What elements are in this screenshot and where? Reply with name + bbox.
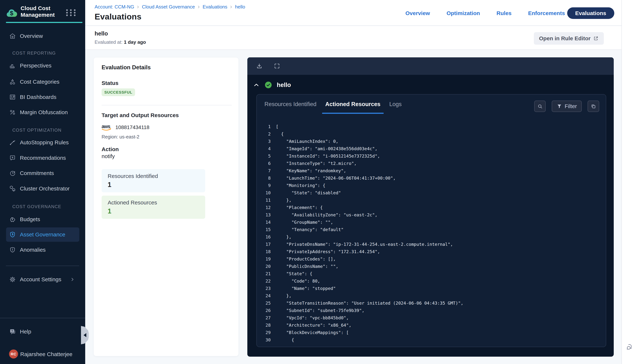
nav-tab-evaluations-active[interactable]: Evaluations [567, 7, 614, 19]
line-content: { [276, 130, 283, 138]
aws-logo-icon [102, 124, 113, 131]
user-name[interactable]: Rajarshee Chatterjee [20, 351, 73, 358]
breadcrumb-item[interactable]: Evaluations [203, 4, 227, 10]
line-number: 16 [257, 233, 271, 241]
line-content: "Code": 80, [276, 278, 320, 285]
actioned-resources-box: Actioned Resources 1 [102, 196, 205, 219]
code-line: 6 "InstanceType": "t2.micro", [257, 160, 606, 167]
autostop-icon [9, 139, 16, 146]
sidebar-item-label: Perspectives [20, 62, 52, 69]
line-number: 5 [257, 152, 271, 160]
line-content: "SubnetId": "subnet-75fe9b39", [276, 307, 364, 314]
sidebar-item-label: Margin Obfuscation [20, 109, 68, 116]
sidebar-item-label: AutoStopping Rules [20, 139, 69, 146]
sidebar-section-label: COST GOVERNANCE [12, 204, 61, 209]
code-line: 15 "Tenancy": "default" [257, 226, 606, 233]
help-chat-icon [9, 328, 16, 335]
breadcrumb-item[interactable]: hello [235, 4, 245, 10]
line-content: "InstanceId": "i-00512145e7372325d", [276, 152, 380, 160]
nav-link-optimization[interactable]: Optimization [446, 10, 480, 16]
code-line: 14 "GroupName": "", [257, 218, 606, 226]
tab-logs[interactable]: Logs [386, 94, 405, 114]
sidebar-divider-bottom [0, 318, 85, 318]
search-button[interactable] [534, 100, 546, 112]
line-content: "AmiLaunchIndex": 0, [276, 138, 339, 145]
code-line: 26 "SubnetId": "subnet-75fe9b39", [257, 307, 606, 314]
code-line: 23 "Name": "stopped" [257, 285, 606, 292]
app-title: Cloud Cost Management [21, 5, 55, 18]
sidebar-item-overview[interactable]: Overview [6, 29, 79, 43]
download-icon[interactable] [256, 63, 262, 69]
sidebar-item-perspectives[interactable]: Perspectives [6, 58, 79, 73]
open-in-rule-editor-label: Open in Rule Editor [539, 35, 590, 42]
sidebar-item-label: BI Dashboards [20, 94, 56, 100]
sidebar-item-commitments[interactable]: Commitments [6, 166, 79, 180]
line-content: "PrivateIpAddress": "172.31.44.254", [276, 248, 380, 255]
breadcrumb-item[interactable]: Account: CCM-NG [95, 4, 134, 10]
shield-alert-icon [9, 246, 16, 253]
line-number: 18 [257, 248, 271, 255]
line-number: 29 [257, 329, 271, 336]
sidebar-item-recommendations[interactable]: Recommendations [6, 151, 79, 165]
sidebar-item-budgets[interactable]: Budgets [6, 212, 79, 226]
aws-account-id: 108817434118 [115, 124, 149, 130]
resources-identified-value: 1 [108, 181, 111, 188]
user-avatar[interactable]: RC [9, 350, 18, 358]
nav-link-rules[interactable]: Rules [496, 10, 512, 16]
success-check-icon [265, 82, 272, 88]
resources-identified-label: Resources Identified [108, 173, 158, 179]
sidebar-item-asset-governance[interactable]: Asset Governance [6, 228, 79, 242]
sidebar-item-account-settings[interactable]: Account Settings [6, 272, 79, 286]
json-code-viewer[interactable]: 1[2 {3 "AmiLaunchIndex": 0,4 "ImageId": … [257, 123, 606, 346]
open-in-rule-editor-button[interactable]: Open in Rule Editor [534, 32, 604, 45]
code-line: 1[ [257, 123, 606, 130]
line-number: 14 [257, 218, 271, 226]
panel-toolbar [247, 57, 614, 75]
tab-actioned-resources[interactable]: Actioned Resources [322, 94, 384, 114]
line-content: "VpcId": "vpc-bb845bd0", [276, 314, 349, 322]
right-gutter [621, 0, 636, 364]
evaluated-at: Evaluated at: 1 day ago [95, 39, 146, 45]
evaluation-subheader: hello Evaluated at: 1 day ago Open in Ru… [85, 26, 636, 50]
funnel-icon [556, 104, 562, 109]
line-content: "Tenancy": "default" [276, 226, 344, 233]
filter-label: Filter [565, 103, 577, 110]
sidebar-item-cost-categories[interactable]: Cost Categories [6, 75, 79, 89]
filter-button[interactable]: Filter [552, 100, 582, 112]
copy-button[interactable] [588, 100, 599, 112]
evaluation-name: hello [95, 30, 108, 37]
line-content: [ [276, 123, 278, 130]
sidebar-item-label: Overview [20, 33, 43, 39]
code-line: 9 "Monitoring": { [257, 182, 606, 189]
tab-resources-identified[interactable]: Resources Identified [261, 94, 320, 114]
sidebar-collapse-handle[interactable] [81, 326, 89, 344]
sidebar-item-autostopping-rules[interactable]: AutoStopping Rules [6, 135, 79, 150]
piggy-bank-icon [9, 216, 16, 223]
nav-link-overview[interactable]: Overview [405, 10, 430, 16]
line-number: 19 [257, 255, 271, 263]
code-line: 16 }, [257, 233, 606, 241]
hexagons-icon [9, 185, 16, 192]
sidebar-item-cluster-orchestrator[interactable]: Cluster Orchestrator [6, 182, 79, 196]
sidebar-item-bi-dashboards[interactable]: BI Dashboards [6, 90, 79, 104]
line-content: "State": { [276, 270, 312, 278]
collapse-chevron-up-icon[interactable] [254, 83, 259, 87]
recommendation-icon [9, 154, 16, 162]
sidebar-item-label: Budgets [20, 216, 40, 222]
support-chat-icon[interactable] [625, 343, 633, 350]
breadcrumb-item[interactable]: Cloud Asset Governance [142, 4, 195, 10]
action-value: notify [102, 153, 115, 160]
fullscreen-icon[interactable] [274, 63, 280, 69]
line-number: 1 [257, 123, 271, 130]
sidebar-item-anomalies[interactable]: Anomalies [6, 243, 79, 257]
sidebar-item-margin-obfuscation[interactable]: Margin Obfuscation [6, 105, 79, 120]
module-grid-icon[interactable] [66, 9, 76, 16]
nav-link-enforcements[interactable]: Enforcements [528, 10, 565, 16]
line-number: 20 [257, 263, 271, 270]
code-line: 3 "AmiLaunchIndex": 0, [257, 138, 606, 145]
aws-account-row: 108817434118 [102, 124, 149, 131]
line-number: 12 [257, 204, 271, 211]
sidebar-item-help[interactable]: Help [6, 324, 79, 339]
line-number: 28 [257, 322, 271, 329]
line-number: 30 [257, 336, 271, 344]
